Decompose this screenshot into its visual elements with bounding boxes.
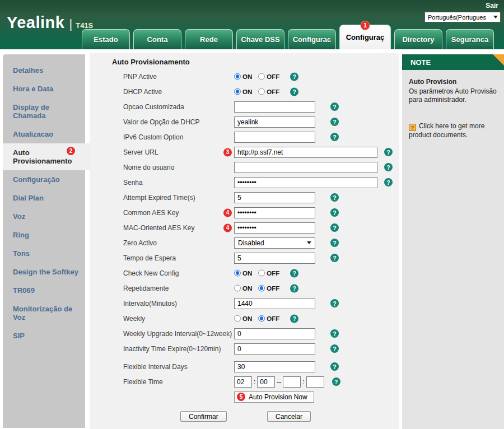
radio-option-on[interactable]: ON <box>234 88 252 95</box>
help-icon[interactable]: ? <box>384 148 393 156</box>
help-icon[interactable]: ? <box>332 377 340 386</box>
text-input-opcao-customizada[interactable] <box>234 101 315 113</box>
help-icon[interactable]: ? <box>330 193 339 202</box>
form-row-auto-provision-now: 5Auto Provision Now <box>90 389 399 404</box>
text-input-flexible-interval-days[interactable] <box>234 361 315 372</box>
radio-option-on[interactable]: ON <box>234 270 252 277</box>
help-icon[interactable]: ? <box>290 269 298 277</box>
radio-off[interactable] <box>258 270 265 277</box>
form-row-zero-activo: Zero ActivoDisabled? <box>90 235 399 250</box>
sidebar-item-atualizacao[interactable]: Atualizacao <box>3 125 85 143</box>
sidebar-item-voz[interactable]: Voz <box>3 207 85 226</box>
text-input-valor-de-op-o-de-dhcp[interactable] <box>234 116 315 128</box>
form-row-weekly: WeeklyONOFF? <box>90 311 399 326</box>
language-select[interactable]: Português(Portugues <box>424 12 501 22</box>
confirm-button[interactable]: Confirmar <box>180 411 227 422</box>
radio-option-on[interactable]: ON <box>234 285 252 292</box>
note-title: NOTE <box>410 58 431 67</box>
time-input[interactable] <box>306 376 324 388</box>
radio-option-off[interactable]: OFF <box>258 88 279 95</box>
help-icon[interactable]: ? <box>330 118 339 126</box>
radio-label: OFF <box>267 270 279 277</box>
text-input-inactivity-time-expire-0-120min[interactable] <box>234 343 315 355</box>
text-input-weekly-upgrade-interval-0-12week[interactable] <box>234 328 315 339</box>
help-icon[interactable]: ? <box>330 362 339 371</box>
time-input[interactable] <box>234 376 252 388</box>
text-input-ipv6-custom-option[interactable] <box>234 132 315 143</box>
sidebar-item-ring[interactable]: Ring <box>3 226 85 244</box>
text-input-intervalo-minutos[interactable] <box>234 298 315 309</box>
help-icon[interactable]: ? <box>384 163 393 171</box>
radio-on[interactable] <box>234 285 241 292</box>
radio-on[interactable] <box>234 315 241 322</box>
help-icon[interactable]: ? <box>330 239 339 247</box>
radio-option-on[interactable]: ON <box>234 315 252 322</box>
doc-link[interactable]: ?Click here to get more product document… <box>409 122 497 139</box>
tab-chave-dss[interactable]: Chave DSS <box>236 29 284 49</box>
sidebar-item-tons[interactable]: Tons <box>3 244 85 263</box>
radio-off-selected[interactable] <box>258 285 265 292</box>
time-input[interactable] <box>283 376 301 388</box>
sidebar-item-label: Configuração <box>13 175 60 184</box>
help-icon[interactable]: ? <box>290 284 298 292</box>
sidebar-item-detalhes[interactable]: Detalhes <box>3 61 85 80</box>
select-value: Disabled <box>238 239 264 247</box>
radio-on-selected[interactable] <box>234 270 241 277</box>
sidebar-item-monitoriza-o-de-voz[interactable]: Monitorização de Voz <box>3 300 85 327</box>
help-icon[interactable]: ? <box>330 299 339 307</box>
help-icon[interactable]: ? <box>330 329 339 338</box>
help-icon[interactable]: ? <box>290 72 298 81</box>
radio-on-selected[interactable] <box>234 88 241 95</box>
sidebar-item-label: SIP <box>13 332 25 340</box>
help-icon[interactable]: ? <box>330 254 339 262</box>
password-input-mac-oriented-aes-key[interactable] <box>234 222 315 234</box>
radio-option-off[interactable]: OFF <box>258 315 279 322</box>
text-input-attempt-expired-time-s[interactable] <box>234 192 315 203</box>
text-input-server-url[interactable] <box>234 147 377 158</box>
sidebar-item-dial-plan[interactable]: Dial Plan <box>3 189 85 207</box>
radio-off[interactable] <box>258 88 265 95</box>
help-icon[interactable]: ? <box>330 102 339 111</box>
password-input-common-aes-key[interactable] <box>234 207 315 218</box>
sidebar-item-display-de-chamada[interactable]: Display de Chamada <box>3 98 85 125</box>
row-control: ? <box>234 101 339 113</box>
help-icon[interactable]: ? <box>290 314 298 323</box>
tab-seguranca[interactable]: Seguranca <box>446 29 494 49</box>
tab-directory[interactable]: Directory <box>394 29 442 49</box>
radio-option-off[interactable]: OFF <box>258 73 279 80</box>
sidebar-item-design-the-softkey[interactable]: Design the Softkey <box>3 263 85 281</box>
row-control: 5Auto Provision Now <box>234 391 314 403</box>
sidebar-item-tr069[interactable]: TR069 <box>3 281 85 300</box>
sidebar-item-auto-provisionamento[interactable]: Auto Provisionamento2 <box>3 143 90 170</box>
tab-configura[interactable]: 1Configuraç <box>339 25 391 49</box>
help-icon[interactable]: ? <box>330 133 339 141</box>
text-input-nome-do-usuario[interactable] <box>234 162 377 173</box>
radio-off-selected[interactable] <box>258 315 265 322</box>
help-icon[interactable]: ? <box>330 223 339 232</box>
select-input-zero-activo[interactable]: Disabled <box>234 237 315 249</box>
help-icon[interactable]: ? <box>330 344 339 353</box>
sidebar-item-sip[interactable]: SIP <box>3 327 85 345</box>
password-input-senha[interactable] <box>234 177 377 188</box>
text-input-tempo-de-espera[interactable] <box>234 253 315 264</box>
cancel-button[interactable]: Cancelar <box>267 411 311 422</box>
help-icon[interactable]: ? <box>290 87 298 96</box>
tab-configurac[interactable]: Configurac <box>288 29 336 49</box>
radio-on-selected[interactable] <box>234 73 241 80</box>
time-input[interactable] <box>257 376 275 388</box>
form-row-check-new-config: Check New ConfigONOFF? <box>90 265 399 281</box>
help-icon[interactable]: ? <box>330 208 339 217</box>
sidebar-nav: DetalhesHora e DataDisplay de ChamadaAtu… <box>3 54 85 428</box>
radio-option-off[interactable]: OFF <box>258 270 279 277</box>
tab-conta[interactable]: Conta <box>133 29 181 49</box>
logout-link[interactable]: Sair <box>486 2 498 10</box>
radio-option-off[interactable]: OFF <box>258 285 279 292</box>
radio-option-on[interactable]: ON <box>234 73 252 80</box>
sidebar-item-hora-e-data[interactable]: Hora e Data <box>3 80 85 98</box>
auto-provision-now-button[interactable]: 5Auto Provision Now <box>234 391 314 403</box>
tab-estado[interactable]: Estado <box>82 29 130 49</box>
help-icon[interactable]: ? <box>384 178 393 186</box>
sidebar-item-configura-o[interactable]: Configuração <box>3 170 85 189</box>
tab-rede[interactable]: Rede <box>185 29 233 49</box>
radio-off[interactable] <box>258 73 265 80</box>
